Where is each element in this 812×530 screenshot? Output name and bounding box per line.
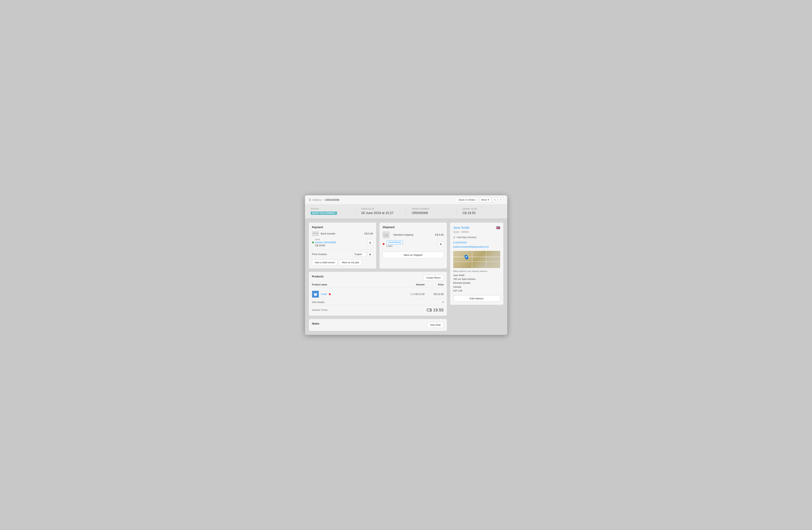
- ship-status-dot: [382, 243, 385, 245]
- print-lang-group: English 🖨: [353, 252, 373, 257]
- nav-up-button[interactable]: ∧: [492, 197, 497, 202]
- payment-action-buttons: Add a credit invoice Mark as not paid: [312, 260, 373, 266]
- notes-header: Notes Save Note: [312, 322, 444, 328]
- status-label: STATUS: [311, 208, 350, 210]
- chevron-left-icon: ‹: [458, 198, 458, 201]
- invoice-amount: C$ 19.55: [315, 244, 336, 247]
- language-select[interactable]: English: [353, 252, 366, 257]
- bank-transfer-label: Bank transfer: [321, 232, 364, 235]
- ship-tag[interactable]: #SHIP00006: [387, 240, 403, 245]
- address-postal: H2Y 1A6: [453, 289, 500, 293]
- printer-icon-3: 🖨: [439, 242, 442, 245]
- col-header-name: Product name: [312, 283, 402, 286]
- print-button[interactable]: 🖨: [367, 252, 373, 257]
- address-name: Jane Smith: [453, 273, 500, 277]
- product-status-dot: [329, 293, 331, 295]
- printer-icon: 🖨: [369, 241, 371, 244]
- status-bar: STATUS READY FOR SHIPMENT CREATED AT 26 …: [305, 204, 507, 219]
- created-value: 26 June 2019 at 15:27: [361, 211, 400, 215]
- product-amount: 1 x C$ 12.00: [402, 293, 425, 296]
- invoice-left: Debit Invoice #INV00006 C$ 19.55: [312, 238, 336, 247]
- customer-card: Jane Smith 🇬🇧 Guest · #46923 ☰ multi-ste…: [450, 223, 504, 305]
- phone-link[interactable]: 5145555555: [453, 241, 500, 244]
- print-invoice-button[interactable]: 🖨: [367, 240, 373, 245]
- address-country: Canada: [453, 285, 500, 289]
- bank-transfer-icon: [312, 231, 319, 236]
- create-return-button[interactable]: Create Return: [423, 275, 444, 281]
- print-shipment-button[interactable]: 🖨: [438, 241, 444, 247]
- ship-items: 1 item: [387, 245, 403, 247]
- dropdown-icon: ▾: [488, 198, 489, 201]
- chevron-up-icon: ∧: [494, 199, 496, 201]
- status-section: STATUS READY FOR SHIPMENT: [311, 208, 356, 215]
- products-card: Products Create Return Product name Amou…: [309, 272, 447, 316]
- invoice-link[interactable]: Invoice #INV00006: [315, 241, 336, 244]
- shipping-amount: C$ 5.00: [435, 233, 444, 236]
- nav-down-button[interactable]: ∨: [498, 197, 504, 202]
- product-thumbnail: [312, 291, 319, 298]
- header: ☰ Orders > ORD00006 ‹ Back to Orders Mor…: [305, 195, 507, 204]
- products-grand-total-value: C$ 19.55: [426, 307, 444, 313]
- payment-card: Payment Bank transfer C$ 0.00: [309, 223, 376, 269]
- divider: [312, 249, 373, 250]
- svg-point-3: [385, 235, 385, 237]
- back-to-orders-button[interactable]: ‹ Back to Orders: [455, 197, 478, 202]
- back-label: Back to Orders: [459, 198, 476, 201]
- customer-name[interactable]: Jane Smith: [453, 226, 469, 230]
- more-button[interactable]: More ▾: [479, 197, 491, 202]
- left-column: Payment Bank transfer C$ 0.00: [309, 223, 447, 331]
- order-number-label: ORDER NUMBER: [412, 208, 451, 210]
- chevron-down-icon: ∨: [500, 199, 502, 201]
- top-row: Payment Bank transfer C$ 0.00: [309, 223, 447, 269]
- breadcrumb-sep: >: [322, 198, 324, 201]
- orders-icon: ☰: [309, 198, 311, 201]
- address-block: Jane Smith 700 rue Saint-Antoine, Montre…: [453, 273, 500, 293]
- edit-address-button[interactable]: Edit Address: [453, 295, 500, 302]
- email-link[interactable]: laetitia.bonaldo@lightspeedhq.com: [453, 245, 500, 248]
- add-credit-invoice-button[interactable]: Add a credit invoice: [312, 260, 338, 266]
- breadcrumb: ☰ Orders > ORD00006: [309, 198, 339, 201]
- main-window: ☰ Orders > ORD00006 ‹ Back to Orders Mor…: [305, 195, 507, 335]
- notes-title: Notes: [312, 322, 319, 325]
- invoice-row: Debit Invoice #INV00006 C$ 19.55 🖨: [312, 238, 373, 247]
- invoice-inner: Debit Invoice #INV00006 C$ 19.55: [315, 238, 336, 247]
- view-details-toggle[interactable]: View Details ▾: [312, 299, 444, 305]
- flag-icon: 🇬🇧: [496, 226, 500, 230]
- product-name-col: t-shirt: [312, 291, 402, 298]
- bank-transfer-amount: C$ 0.00: [364, 232, 373, 235]
- checkout-row: ☰ multi-step checkout: [453, 236, 500, 239]
- mark-not-paid-button[interactable]: Mark as not paid: [339, 260, 362, 266]
- debit-label: Debit: [315, 238, 336, 241]
- products-grand-total-label: GRAND TOTAL: [312, 309, 328, 311]
- col-header-price: Price: [425, 283, 444, 286]
- shipment-card: Shipment S: [379, 223, 447, 269]
- map-road-1: [453, 257, 500, 257]
- svg-point-4: [387, 235, 388, 237]
- main-content: Payment Bank transfer C$ 0.00: [305, 219, 507, 335]
- grand-total-header-label: GRAND TOTAL: [462, 208, 501, 210]
- table-row: t-shirt 1 x C$ 12.00 C$ 12.00: [312, 289, 444, 299]
- map-road-4: [486, 251, 487, 268]
- right-column: Jane Smith 🇬🇧 Guest · #46923 ☰ multi-ste…: [450, 223, 504, 331]
- status-badge: READY FOR SHIPMENT: [311, 212, 337, 215]
- product-name-link[interactable]: t-shirt: [321, 293, 327, 296]
- save-note-button[interactable]: Save Note: [427, 322, 444, 328]
- mark-as-shipped-button[interactable]: Mark as Shipped: [382, 252, 444, 258]
- order-number-value: ORD00006: [412, 211, 451, 215]
- products-header: Products Create Return: [312, 275, 444, 281]
- print-invoices-label: Print Invoices: [312, 253, 327, 256]
- breadcrumb-orders[interactable]: Orders: [313, 198, 321, 201]
- product-price: C$ 12.00: [425, 293, 444, 296]
- col-header-amount: Amount: [402, 283, 425, 286]
- shipment-title: Shipment: [382, 226, 444, 229]
- svg-rect-1: [313, 233, 318, 234]
- map-road-2: [453, 261, 500, 262]
- column-headers: Product name Amount Price: [312, 283, 444, 288]
- shipment-tag-row: #SHIP00006 1 item 🖨: [382, 241, 444, 247]
- created-label: CREATED AT: [361, 208, 400, 210]
- map-road-3: [472, 251, 472, 268]
- shipping-icon: [382, 231, 390, 238]
- address-type-label: Billing address and shipping address: [453, 270, 500, 272]
- checkout-icon: ☰: [453, 236, 455, 239]
- bank-transfer-row: Bank transfer C$ 0.00: [312, 231, 373, 236]
